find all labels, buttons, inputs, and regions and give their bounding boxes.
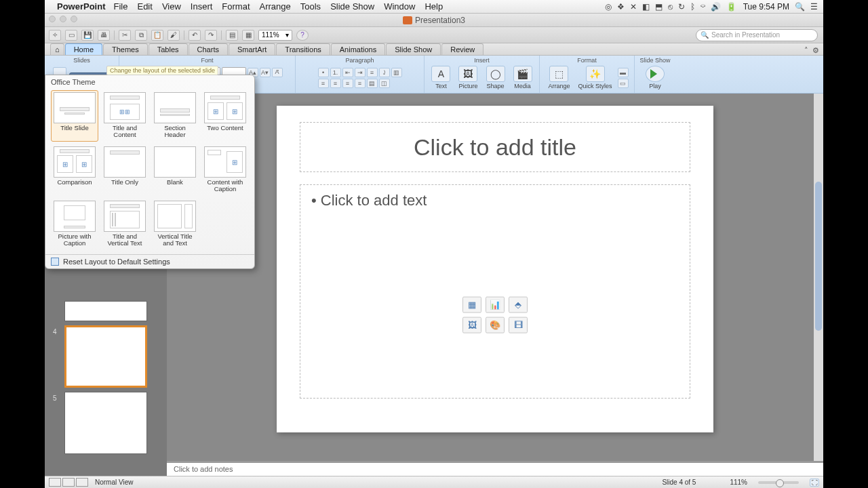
layout-option-content-caption[interactable]: ⊞ Content with Caption bbox=[201, 144, 249, 196]
save-icon[interactable]: 💾 bbox=[81, 30, 94, 41]
sync-icon[interactable]: ↻ bbox=[678, 2, 685, 12]
fit-window-icon[interactable]: ⛶ bbox=[810, 479, 819, 487]
clear-format-icon[interactable]: Aⷨ bbox=[272, 68, 283, 77]
menu-insert[interactable]: Insert bbox=[191, 1, 213, 12]
insert-picture-icon[interactable]: 🖼 bbox=[462, 317, 481, 333]
layout-option-blank[interactable]: Blank bbox=[151, 144, 199, 196]
notifications-icon[interactable]: ☰ bbox=[810, 2, 818, 12]
layout-option-picture-caption[interactable]: Picture with Caption bbox=[51, 199, 98, 250]
align-center-icon[interactable]: ≡ bbox=[330, 79, 341, 88]
shape-fill-icon[interactable]: ▬ bbox=[618, 68, 629, 77]
tab-animations[interactable]: Animations bbox=[331, 43, 385, 55]
window-controls[interactable] bbox=[49, 16, 77, 22]
layout-option-comparison[interactable]: ⊞⊞ Comparison bbox=[51, 144, 98, 196]
layout-option-title-content[interactable]: ⊞⊞ Title and Content bbox=[101, 90, 149, 142]
columns-icon[interactable]: ▥ bbox=[391, 68, 402, 77]
reset-layout-button[interactable]: Reset Layout to Default Settings bbox=[45, 254, 254, 268]
sorter-view-icon[interactable] bbox=[62, 478, 75, 487]
insert-clipart-icon[interactable]: 🎨 bbox=[486, 317, 505, 333]
zoom-label[interactable]: 111% bbox=[730, 479, 747, 486]
tab-home[interactable]: Home bbox=[65, 43, 102, 55]
zoom-slider[interactable] bbox=[758, 481, 799, 484]
insert-text-button[interactable]: AText bbox=[429, 66, 453, 89]
bullets-icon[interactable]: • bbox=[318, 68, 329, 77]
slide-thumbnail[interactable] bbox=[64, 392, 147, 454]
tab-themes[interactable]: Themes bbox=[103, 43, 148, 55]
content-placeholder[interactable]: Click to add text ▦ 📊 ⬘ 🖼 🎨 🎞 bbox=[300, 184, 690, 399]
zoom-combo[interactable]: 111%▾ bbox=[258, 30, 292, 41]
menu-tools[interactable]: Tools bbox=[300, 1, 321, 12]
layout-option-vertical-title-text[interactable]: Vertical Title and Text bbox=[151, 199, 199, 250]
tab-review[interactable]: Review bbox=[441, 43, 484, 55]
print-icon[interactable]: 🖶 bbox=[98, 30, 110, 41]
toolbar-icon[interactable]: ▦ bbox=[242, 30, 254, 41]
tab-home-icon[interactable]: ⌂ bbox=[50, 43, 64, 55]
menu-view[interactable]: View bbox=[162, 1, 181, 12]
align-left-icon[interactable]: ≡ bbox=[318, 79, 329, 88]
layout-option-title-only[interactable]: Title Only bbox=[101, 144, 149, 196]
notes-pane[interactable]: Click to add notes bbox=[167, 461, 823, 476]
search-input[interactable]: 🔍 Search in Presentation bbox=[696, 29, 818, 41]
status-icon[interactable]: ⎋ bbox=[668, 2, 673, 12]
menubar-clock[interactable]: Tue 9:54 PM bbox=[743, 2, 789, 12]
ribbon-settings-icon[interactable]: ⚙ bbox=[812, 46, 819, 55]
line-spacing-icon[interactable]: ≡ bbox=[367, 68, 378, 77]
normal-view-icon[interactable] bbox=[49, 478, 61, 487]
app-name[interactable]: PowerPoint bbox=[57, 1, 106, 12]
slide-thumbnail[interactable] bbox=[64, 301, 147, 321]
redo-icon[interactable]: ↷ bbox=[205, 30, 217, 41]
bluetooth-icon[interactable]: ᛒ bbox=[690, 2, 695, 12]
menu-edit[interactable]: Edit bbox=[137, 1, 152, 12]
slideshow-view-icon[interactable] bbox=[76, 478, 88, 487]
wifi-icon[interactable]: ⌔ bbox=[701, 2, 705, 12]
volume-icon[interactable]: 🔊 bbox=[711, 2, 721, 12]
insert-table-icon[interactable]: ▦ bbox=[462, 296, 481, 312]
insert-media-button[interactable]: 🎬Media bbox=[511, 66, 535, 89]
menu-arrange[interactable]: Arrange bbox=[260, 1, 291, 12]
insert-chart-icon[interactable]: 📊 bbox=[486, 296, 505, 312]
tab-smartart[interactable]: SmartArt bbox=[229, 43, 275, 55]
copy-icon[interactable]: ⧉ bbox=[135, 30, 147, 41]
tab-tables[interactable]: Tables bbox=[149, 43, 188, 55]
convert-smartart-icon[interactable]: ◫ bbox=[379, 79, 390, 88]
text-direction-icon[interactable]: ⤸ bbox=[379, 68, 390, 77]
help-icon[interactable]: ? bbox=[296, 30, 309, 41]
insert-media-icon[interactable]: 🎞 bbox=[509, 317, 528, 333]
layout-option-title-vertical-text[interactable]: Title and Vertical Text bbox=[101, 199, 149, 250]
arrange-button[interactable]: ⬚Arrange bbox=[545, 66, 572, 89]
tab-transitions[interactable]: Transitions bbox=[276, 43, 330, 55]
increase-indent-icon[interactable]: ⇥ bbox=[355, 68, 366, 77]
menu-help[interactable]: Help bbox=[425, 1, 443, 12]
insert-smartart-icon[interactable]: ⬘ bbox=[509, 296, 528, 312]
justify-icon[interactable]: ≡ bbox=[355, 79, 366, 88]
cut-icon[interactable]: ✂ bbox=[119, 30, 131, 41]
slide-thumbnail-selected[interactable] bbox=[64, 325, 147, 388]
status-icon[interactable]: ◎ bbox=[605, 2, 612, 12]
toolbar-icon[interactable]: ▤ bbox=[226, 30, 238, 41]
shape-outline-icon[interactable]: ▭ bbox=[618, 79, 629, 88]
layout-option-title-slide[interactable]: Title Slide bbox=[51, 90, 98, 142]
menu-slideshow[interactable]: Slide Show bbox=[330, 1, 374, 12]
numbering-icon[interactable]: 1. bbox=[330, 68, 341, 77]
vertical-scrollbar[interactable] bbox=[814, 94, 823, 461]
shrink-font-icon[interactable]: A▾ bbox=[260, 68, 271, 77]
decrease-indent-icon[interactable]: ⇤ bbox=[342, 68, 353, 77]
tab-charts[interactable]: Charts bbox=[189, 43, 228, 55]
menu-file[interactable]: File bbox=[114, 1, 128, 12]
spotlight-icon[interactable]: 🔍 bbox=[795, 2, 805, 12]
menu-window[interactable]: Window bbox=[384, 1, 415, 12]
layout-option-two-content[interactable]: ⊞⊞ Two Content bbox=[201, 90, 249, 142]
quick-styles-button[interactable]: ✨Quick Styles bbox=[576, 66, 615, 89]
status-icon[interactable]: ◧ bbox=[642, 2, 650, 12]
status-icon[interactable]: ⬒ bbox=[655, 2, 663, 12]
tab-slideshow[interactable]: Slide Show bbox=[386, 43, 441, 55]
insert-picture-button[interactable]: 🖼Picture bbox=[456, 66, 480, 89]
format-painter-icon[interactable]: 🖌 bbox=[167, 30, 180, 41]
align-right-icon[interactable]: ≡ bbox=[342, 79, 353, 88]
battery-icon[interactable]: 🔋 bbox=[726, 2, 736, 12]
slide-canvas-area[interactable]: Click to add title Click to add text ▦ 📊… bbox=[167, 94, 823, 461]
collapse-ribbon-icon[interactable]: ˄ bbox=[804, 46, 808, 55]
status-icon[interactable]: ✕ bbox=[630, 2, 637, 12]
undo-icon[interactable]: ↶ bbox=[189, 30, 201, 41]
new-slide-icon[interactable]: ✧ bbox=[49, 30, 61, 41]
